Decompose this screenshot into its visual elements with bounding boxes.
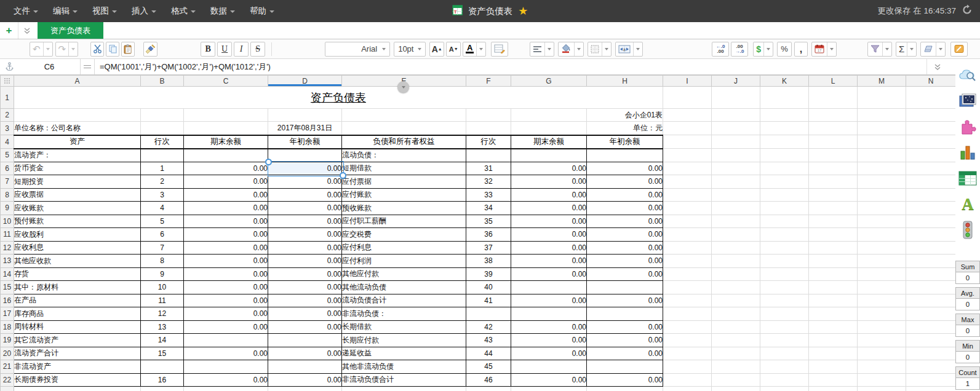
cell[interactable] xyxy=(809,334,858,347)
cell[interactable] xyxy=(663,215,712,228)
cell[interactable] xyxy=(184,387,268,391)
cell-E16[interactable]: 流动负债合计 xyxy=(342,294,466,307)
cell-D20[interactable]: 0.00 xyxy=(268,347,342,360)
italic-button[interactable]: I xyxy=(234,42,249,57)
traffic-light-icon[interactable] xyxy=(958,220,978,240)
cell[interactable] xyxy=(760,202,809,215)
cell[interactable] xyxy=(906,215,956,228)
cell-F20[interactable]: 44 xyxy=(466,347,511,360)
cell-G16[interactable]: 0.00 xyxy=(511,294,587,307)
cell-H6[interactable]: 0.00 xyxy=(587,162,663,175)
filter-button[interactable] xyxy=(867,42,892,57)
anchor-icon[interactable] xyxy=(0,62,18,71)
row-header-18[interactable]: 18 xyxy=(1,320,14,334)
column-header-C[interactable]: C xyxy=(184,76,268,87)
cell-G18[interactable]: 0.00 xyxy=(511,320,587,334)
cell[interactable] xyxy=(858,334,906,347)
cell-B19[interactable]: 14 xyxy=(141,334,184,347)
cell-G11[interactable]: 0.00 xyxy=(511,228,587,242)
cell-C8[interactable]: 0.00 xyxy=(184,188,268,202)
cell[interactable] xyxy=(663,202,712,215)
cell[interactable] xyxy=(809,241,858,255)
cell[interactable] xyxy=(712,109,760,122)
decrease-decimal-button[interactable]: ←.0.00 xyxy=(712,42,729,57)
formula-input[interactable]: =QM('1001','月')+QM('1002','月')+QM('1012'… xyxy=(95,61,271,73)
cell-C14[interactable]: 0.00 xyxy=(184,267,268,281)
cell-E8[interactable]: 应付账款 xyxy=(342,188,466,202)
cell[interactable] xyxy=(906,347,956,360)
cell-D14[interactable]: 0.00 xyxy=(268,267,342,281)
cell-E11[interactable]: 应交税费 xyxy=(342,228,466,242)
cell-B4[interactable]: 行次 xyxy=(141,135,184,149)
cell[interactable] xyxy=(858,360,906,374)
cell[interactable] xyxy=(809,347,858,360)
cell[interactable] xyxy=(760,387,809,391)
row-header-9[interactable]: 9 xyxy=(1,202,14,215)
cell[interactable] xyxy=(858,135,906,149)
cell[interactable] xyxy=(858,373,906,387)
cell-F8[interactable]: 33 xyxy=(466,188,511,202)
cell[interactable] xyxy=(906,228,956,242)
cell[interactable] xyxy=(268,109,342,122)
cell[interactable] xyxy=(760,267,809,281)
cell-E22[interactable]: 非流动负债合计 xyxy=(342,373,466,387)
cell[interactable] xyxy=(760,215,809,228)
cell-D13[interactable]: 0.00 xyxy=(268,255,342,268)
cell-H22[interactable]: 0.00 xyxy=(587,373,663,387)
cell[interactable] xyxy=(760,188,809,202)
merge-cells-button[interactable]: a xyxy=(615,42,643,57)
column-header-M[interactable]: M xyxy=(858,76,906,87)
cell[interactable] xyxy=(858,320,906,334)
cell[interactable] xyxy=(809,387,858,391)
cell-G4[interactable]: 期末余额 xyxy=(511,135,587,149)
cell-B16[interactable]: 11 xyxy=(141,294,184,307)
cell[interactable] xyxy=(906,373,956,387)
cell-G5[interactable] xyxy=(511,149,587,162)
cell-E6[interactable]: 短期借款 xyxy=(342,162,466,175)
cell-F6[interactable]: 31 xyxy=(466,162,511,175)
cell[interactable] xyxy=(906,188,956,202)
cell[interactable] xyxy=(712,215,760,228)
column-header-B[interactable]: B xyxy=(141,76,184,87)
cell[interactable] xyxy=(511,122,587,135)
cell-A8[interactable]: 应收票据 xyxy=(14,188,141,202)
cell[interactable] xyxy=(663,320,712,334)
cell[interactable] xyxy=(906,294,956,307)
tab-balance-sheet[interactable]: 资产负债表 xyxy=(38,22,103,39)
cell[interactable] xyxy=(760,360,809,374)
cell[interactable] xyxy=(511,109,587,122)
cell-G7[interactable]: 0.00 xyxy=(511,175,587,189)
cell-D17[interactable]: 0.00 xyxy=(268,307,342,321)
cell[interactable] xyxy=(184,109,268,122)
redo-dropdown[interactable] xyxy=(68,42,78,56)
cell-D10[interactable]: 0.00 xyxy=(268,215,342,228)
strikethrough-button[interactable]: S xyxy=(250,42,265,57)
cell-F10[interactable]: 35 xyxy=(466,215,511,228)
cell[interactable] xyxy=(712,360,760,374)
cell-C6[interactable]: 0.00 xyxy=(184,162,268,175)
cell[interactable] xyxy=(712,188,760,202)
cell[interactable] xyxy=(663,373,712,387)
fill-color-dropdown[interactable] xyxy=(574,42,583,56)
cell-H15[interactable] xyxy=(587,281,663,294)
cell-H17[interactable] xyxy=(587,307,663,321)
cell-C19[interactable] xyxy=(184,334,268,347)
cell[interactable] xyxy=(268,387,342,391)
row-header-15[interactable]: 15 xyxy=(1,281,14,294)
cell[interactable] xyxy=(906,87,956,109)
cell-F5[interactable] xyxy=(466,149,511,162)
cell-A13[interactable]: 其他应收款 xyxy=(14,255,141,268)
cell[interactable] xyxy=(809,122,858,135)
cell-H21[interactable] xyxy=(587,360,663,374)
cell-D12[interactable]: 0.00 xyxy=(268,241,342,255)
cell[interactable] xyxy=(466,122,511,135)
menu-1[interactable]: 文件 xyxy=(6,0,46,22)
sheet-title-cell[interactable]: 资产负债表 xyxy=(14,87,663,109)
cell[interactable] xyxy=(809,175,858,189)
cell-F15[interactable]: 40 xyxy=(466,281,511,294)
cell-D11[interactable]: 0.00 xyxy=(268,228,342,242)
cell[interactable] xyxy=(712,334,760,347)
underline-button[interactable]: U xyxy=(217,42,232,57)
row-header-6[interactable]: 6 xyxy=(1,162,14,175)
cell[interactable] xyxy=(809,267,858,281)
